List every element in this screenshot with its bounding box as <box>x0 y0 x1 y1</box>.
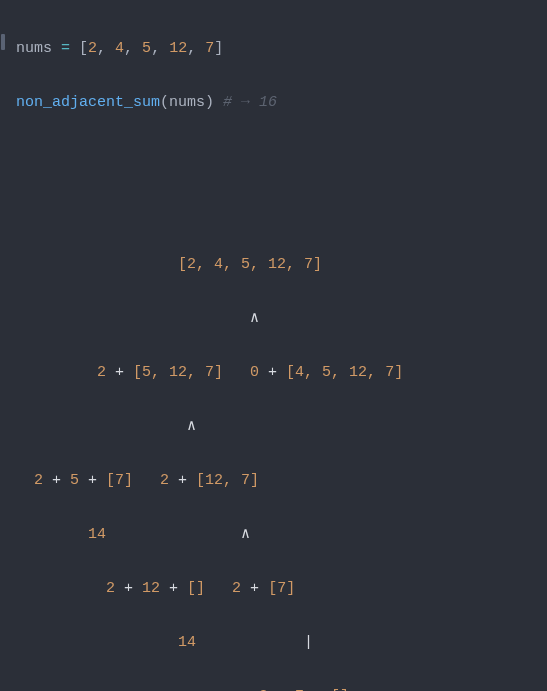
comma: , <box>151 40 169 57</box>
tree-node: [4, 5, 12, 7] <box>277 364 403 381</box>
comment: # → 16 <box>223 94 277 111</box>
tree-node: [7] <box>97 472 160 489</box>
tree-node: 5 <box>61 472 88 489</box>
plus-op: + <box>124 580 133 597</box>
plus-op: + <box>178 472 187 489</box>
space <box>214 94 223 111</box>
tree-node: [12, 7] <box>187 472 259 489</box>
plus-op: + <box>250 580 259 597</box>
tree-node: 2 <box>160 472 178 489</box>
tree-node: 2 <box>16 364 115 381</box>
tree-line: 14 ∧ <box>16 521 547 548</box>
comma: , <box>124 40 142 57</box>
num: 2 <box>88 40 97 57</box>
editor-content[interactable]: nums = [2, 4, 5, 12, 7] non_adjacent_sum… <box>0 8 547 691</box>
tree-branch: ∧ <box>16 310 259 327</box>
num: 12 <box>169 40 187 57</box>
tree-branch: ∧ <box>106 526 250 543</box>
paren-open: ( <box>160 94 169 111</box>
line-indicator <box>1 34 5 50</box>
variable-name: nums <box>16 40 52 57</box>
code-line-1: nums = [2, 4, 5, 12, 7] <box>16 35 547 62</box>
tree-branch: ∧ <box>16 418 196 435</box>
tree-line: 2 + [5, 12, 7] 0 + [4, 5, 12, 7] <box>16 359 547 386</box>
paren-close: ) <box>205 94 214 111</box>
tree-node: 12 <box>133 580 169 597</box>
editor-gutter <box>0 0 8 691</box>
tree-line: 2 + 7 + [] <box>16 683 547 691</box>
assign-op: = <box>52 40 79 57</box>
plus-op: + <box>52 472 61 489</box>
comma: , <box>97 40 115 57</box>
tree-node: [5, 12, 7] <box>124 364 250 381</box>
bracket-close: ] <box>214 40 223 57</box>
tree-line: 2 + 5 + [7] 2 + [12, 7] <box>16 467 547 494</box>
comma: , <box>187 40 205 57</box>
plus-op: + <box>88 472 97 489</box>
code-line-2: non_adjacent_sum(nums) # → 16 <box>16 89 547 116</box>
tree-line: 2 + 12 + [] 2 + [7] <box>16 575 547 602</box>
tree-line: 14 | <box>16 629 547 656</box>
tree-root: [2, 4, 5, 12, 7] <box>16 256 322 273</box>
tree-result: 14 <box>16 526 106 543</box>
plus-op: + <box>169 580 178 597</box>
tree-branch: | <box>196 634 313 651</box>
tree-node: [] <box>178 580 232 597</box>
plus-op: + <box>268 364 277 381</box>
tree-node: 0 <box>250 364 268 381</box>
plus-op: + <box>115 364 124 381</box>
bracket-open: [ <box>79 40 88 57</box>
num: 5 <box>142 40 151 57</box>
tree-line: ∧ <box>16 305 547 332</box>
tree-line: [2, 4, 5, 12, 7] <box>16 251 547 278</box>
tree-result: 14 <box>16 634 196 651</box>
tree-node: 2 <box>232 580 250 597</box>
num: 7 <box>205 40 214 57</box>
tree-node: 2 <box>16 580 124 597</box>
arg: nums <box>169 94 205 111</box>
function-name: non_adjacent_sum <box>16 94 160 111</box>
num: 4 <box>115 40 124 57</box>
tree-line: ∧ <box>16 413 547 440</box>
tree-node: [7] <box>259 580 295 597</box>
tree-node: 2 <box>16 472 52 489</box>
